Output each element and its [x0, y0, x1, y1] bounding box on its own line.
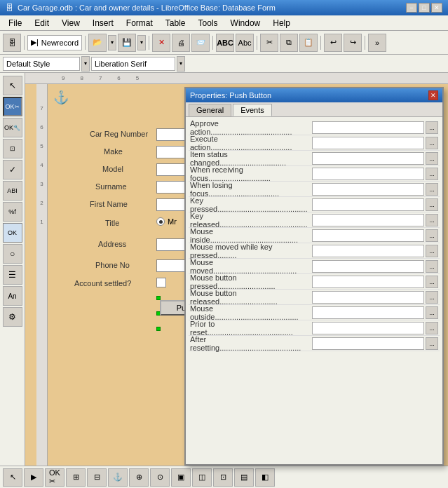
copy-button[interactable]: ⧉: [280, 34, 298, 52]
zoom-out-btn[interactable]: ⊙: [150, 468, 170, 487]
event-btn-5[interactable]: ...: [426, 198, 438, 211]
pdf-button[interactable]: ✕: [152, 34, 170, 52]
select-tool[interactable]: ↖: [3, 76, 22, 95]
save-dropdown[interactable]: ▾: [137, 35, 146, 50]
view4-btn[interactable]: ▤: [234, 468, 254, 487]
form-status-btn[interactable]: ⊞: [66, 468, 86, 487]
tab-events[interactable]: Events: [233, 104, 272, 116]
event-btn-7[interactable]: ...: [426, 229, 438, 242]
menu-item-tools[interactable]: Tools: [193, 17, 224, 29]
event-value-12[interactable]: [312, 306, 424, 319]
tab-general[interactable]: General: [189, 104, 231, 116]
gear-tool[interactable]: ⚙: [3, 307, 22, 327]
minimize-button[interactable]: −: [406, 3, 417, 13]
select-status-btn[interactable]: ↖: [3, 468, 22, 487]
abc-button[interactable]: Abc: [236, 34, 254, 52]
event-label-9: Mouse moved.............................…: [190, 258, 312, 275]
menu-item-view[interactable]: View: [56, 17, 86, 29]
props-close-button[interactable]: ✕: [428, 90, 438, 100]
edit-status-btn[interactable]: OK✂: [45, 468, 65, 487]
event-btn-3[interactable]: ...: [426, 168, 438, 180]
handle-3[interactable]: [156, 327, 161, 331]
edit-tool[interactable]: OK✂: [3, 97, 22, 116]
anchor-status-btn[interactable]: ⚓: [108, 468, 128, 487]
ok-tool-2[interactable]: OK🔧: [3, 118, 22, 137]
menu-item-table[interactable]: Table: [160, 17, 191, 29]
open-dropdown[interactable]: ▾: [108, 35, 116, 50]
email-button[interactable]: 📨: [191, 34, 210, 52]
menu-item-edit[interactable]: Edit: [29, 17, 55, 29]
undo-button[interactable]: ↩: [324, 34, 342, 52]
new-button[interactable]: 🗄: [3, 34, 21, 52]
event-value-9[interactable]: [312, 260, 424, 273]
account-checkbox[interactable]: [156, 278, 166, 287]
check-tool[interactable]: ✓: [3, 160, 22, 179]
tab-tool[interactable]: ⊡: [3, 139, 22, 158]
print-button[interactable]: 🖨: [172, 34, 190, 52]
radio-circle[interactable]: [156, 217, 165, 226]
event-value-8[interactable]: [312, 245, 424, 257]
menu-item-help[interactable]: Help: [267, 17, 296, 29]
event-value-2[interactable]: [312, 152, 424, 165]
circle-tool[interactable]: ○: [3, 244, 22, 264]
list-tool[interactable]: ☰: [3, 265, 22, 285]
event-value-3[interactable]: [312, 168, 424, 180]
style-select[interactable]: Default Style: [3, 57, 80, 71]
close-button[interactable]: ✕: [431, 3, 442, 13]
event-btn-12[interactable]: ...: [426, 306, 438, 319]
font-dropdown[interactable]: ▾: [177, 56, 185, 72]
view5-btn[interactable]: ◧: [255, 468, 275, 487]
menu-item-format[interactable]: Format: [121, 17, 158, 29]
event-value-7[interactable]: [312, 229, 424, 242]
event-btn-0[interactable]: ...: [426, 121, 438, 134]
newrecord-button[interactable]: ▶| Newrecord: [27, 35, 82, 50]
cut-button[interactable]: ✂: [260, 34, 278, 52]
table-status-btn[interactable]: ⊟: [87, 468, 107, 487]
open-button[interactable]: 📂: [88, 34, 107, 52]
menu-item-window[interactable]: Window: [225, 17, 266, 29]
event-btn-13[interactable]: ...: [426, 322, 438, 334]
event-btn-9[interactable]: ...: [426, 260, 438, 273]
style-dropdown[interactable]: ▾: [81, 56, 90, 72]
event-btn-1[interactable]: ...: [426, 137, 438, 149]
menu-item-file[interactable]: File: [3, 17, 27, 29]
event-row-9: Mouse moved.............................…: [189, 259, 440, 274]
event-btn-10[interactable]: ...: [426, 276, 438, 288]
event-value-10[interactable]: [312, 276, 424, 288]
text-tool[interactable]: ABI: [3, 181, 22, 201]
event-value-14[interactable]: [312, 337, 424, 350]
menu-item-insert[interactable]: Insert: [87, 17, 119, 29]
redo-button[interactable]: ↪: [344, 34, 362, 52]
title-bar-left: 🗄 Car Garage.odb : Car and owner details…: [6, 4, 276, 12]
event-btn-2[interactable]: ...: [426, 152, 438, 165]
title-radio[interactable]: Mr: [156, 217, 177, 226]
event-value-0[interactable]: [312, 121, 424, 134]
font-select[interactable]: Liberation Serif: [91, 57, 175, 71]
props-title: Properties: Push Button: [190, 91, 271, 100]
paste-button[interactable]: 📋: [299, 34, 318, 52]
event-value-4[interactable]: [312, 183, 424, 196]
event-value-11[interactable]: [312, 291, 424, 304]
event-btn-6[interactable]: ...: [426, 214, 438, 226]
more-button[interactable]: »: [368, 34, 386, 52]
title-bar-controls[interactable]: − □ ✕: [406, 3, 442, 13]
event-value-6[interactable]: [312, 214, 424, 226]
event-btn-14[interactable]: ...: [426, 337, 438, 350]
zoom-in-btn[interactable]: ⊕: [129, 468, 149, 487]
maximize-button[interactable]: □: [419, 3, 430, 13]
event-value-5[interactable]: [312, 198, 424, 211]
ok-small-tool[interactable]: OK: [3, 223, 22, 243]
event-btn-11[interactable]: ...: [426, 291, 438, 304]
view2-btn[interactable]: ◫: [192, 468, 212, 487]
save-button[interactable]: 💾: [118, 34, 136, 52]
an-tool[interactable]: An: [3, 286, 22, 306]
percent-tool[interactable]: %f: [3, 202, 22, 222]
event-value-1[interactable]: [312, 137, 424, 149]
event-btn-8[interactable]: ...: [426, 245, 438, 257]
event-value-13[interactable]: [312, 322, 424, 334]
view3-btn[interactable]: ⊡: [213, 468, 233, 487]
event-btn-4[interactable]: ...: [426, 183, 438, 196]
nav-status-btn[interactable]: ▶: [24, 468, 43, 487]
view1-btn[interactable]: ▣: [171, 468, 191, 487]
abc-bold-button[interactable]: ABC: [216, 34, 234, 52]
